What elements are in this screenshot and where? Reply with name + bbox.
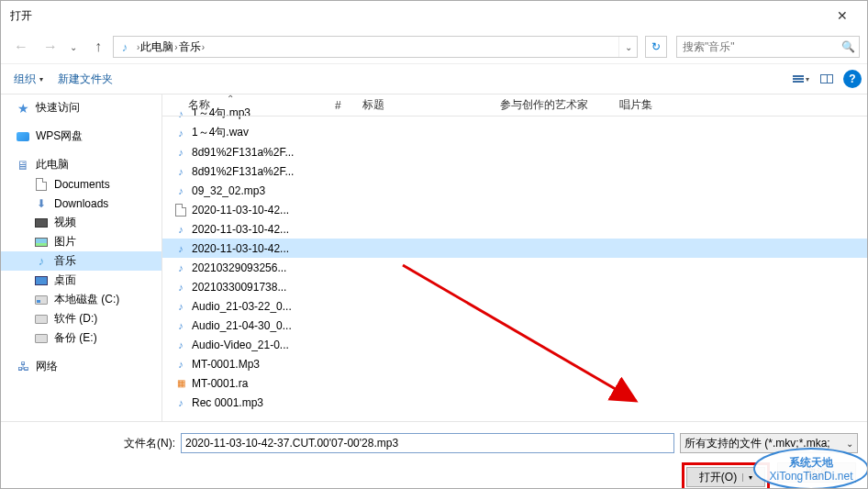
file-row[interactable]: ♪8d91%2F131a%2F... — [162, 161, 867, 181]
file-list-area: ⌃ 名称 # 标题 参与创作的艺术家 唱片集 ♪1～4句.mp3♪1～4句.wa… — [162, 94, 867, 421]
file-name: MT-0001.Mp3 — [192, 358, 260, 371]
chevron-right-icon: › — [137, 42, 139, 52]
column-header-title[interactable]: 标题 — [355, 94, 493, 116]
toolbar: 组织▾ 新建文件夹 ▾ ? — [1, 63, 867, 94]
chevron-right-icon: › — [202, 42, 205, 52]
column-header-album[interactable]: 唱片集 — [612, 94, 685, 116]
sidebar-item-wps[interactable]: WPS网盘 — [1, 127, 161, 146]
ra-file-icon: ▦ — [173, 376, 188, 391]
sidebar-item-network[interactable]: 🖧网络 — [1, 357, 161, 376]
sidebar-item-downloads[interactable]: ⬇Downloads — [1, 194, 161, 213]
organize-button[interactable]: 组织▾ — [6, 68, 50, 91]
file-row[interactable]: ♪Rec 0001.mp3 — [162, 393, 867, 412]
file-name: Audio-Video_21-0... — [192, 339, 289, 351]
sidebar-item-music[interactable]: ♪音乐 — [1, 251, 161, 271]
file-row[interactable]: ♪20210330091738... — [162, 277, 867, 296]
address-bar[interactable]: ♪ › 此电脑 › 音乐 › ⌄ — [113, 36, 638, 58]
search-box[interactable]: 🔍 — [676, 36, 860, 58]
file-row[interactable]: ♪8d91%2F131a%2F... — [162, 142, 867, 161]
window-title: 打开 — [10, 8, 821, 24]
audio-file-icon: ♪ — [173, 357, 188, 372]
sidebar-item-desktop[interactable]: 桌面 — [1, 271, 161, 290]
preview-pane-button[interactable] — [814, 68, 840, 90]
file-row[interactable]: ♪Audio_21-03-22_0... — [162, 296, 867, 316]
address-history-dropdown[interactable]: ⌄ — [618, 37, 637, 57]
file-row[interactable]: ♪20210329093256... — [162, 258, 867, 277]
audio-file-icon: ♪ — [173, 164, 188, 179]
sidebar-item-disk-d[interactable]: 软件 (D:) — [1, 309, 161, 328]
svg-text:系统天地: 系统天地 — [788, 456, 834, 469]
file-name: 2020-11-03-10-42... — [192, 204, 289, 217]
help-icon[interactable]: ? — [843, 70, 862, 88]
sidebar-item-videos[interactable]: 视频 — [1, 213, 161, 232]
recent-locations-button[interactable]: ⌄ — [67, 34, 80, 60]
audio-file-icon: ♪ — [173, 318, 188, 333]
sidebar-item-disk-c[interactable]: 本地磁盘 (C:) — [1, 290, 161, 309]
breadcrumb[interactable]: › 此电脑 › 音乐 › — [136, 39, 618, 55]
audio-file-icon: ♪ — [173, 280, 188, 295]
breadcrumb-root[interactable]: 此电脑 — [140, 39, 173, 55]
new-folder-button[interactable]: 新建文件夹 — [50, 68, 120, 91]
sidebar-item-documents[interactable]: Documents — [1, 174, 161, 194]
column-header-number[interactable]: # — [328, 94, 355, 116]
filename-input[interactable] — [181, 433, 674, 453]
file-row[interactable]: 2020-11-03-10-42... — [162, 200, 867, 219]
file-name: 1～4句.wav — [192, 125, 249, 140]
dialog-footer: 文件名(N): 所有支持的文件 (*.mkv;*.mka;⌄ 打开(O)▾ 取消 — [1, 421, 867, 489]
search-icon[interactable]: 🔍 — [837, 40, 859, 53]
sort-indicator-icon: ⌃ — [227, 94, 234, 104]
sidebar-item-quick-access[interactable]: ★快速访问 — [1, 98, 161, 117]
column-header-name[interactable]: 名称 — [162, 94, 328, 116]
file-name: Rec 0001.mp3 — [192, 396, 263, 409]
file-row[interactable]: ♪2020-11-03-10-42... — [162, 239, 867, 258]
audio-file-icon: ♪ — [173, 241, 188, 256]
file-row[interactable]: ♪09_32_02.mp3 — [162, 181, 867, 200]
audio-file-icon: ♪ — [173, 222, 188, 237]
filename-label: 文件名(N): — [10, 436, 175, 451]
svg-text:XiTongTianDi.net: XiTongTianDi.net — [770, 470, 854, 483]
audio-file-icon: ♪ — [173, 145, 188, 160]
file-list: ♪1～4句.mp3♪1～4句.wav♪8d91%2F131a%2F...♪8d9… — [162, 104, 867, 421]
file-row[interactable]: ♪Audio_21-04-30_0... — [162, 316, 867, 335]
sidebar-item-this-pc[interactable]: 🖥此电脑 — [1, 155, 161, 174]
title-bar: 打开 ✕ — [1, 1, 867, 30]
file-name: 20210330091738... — [192, 281, 286, 294]
sidebar-item-pictures[interactable]: 图片 — [1, 232, 161, 251]
column-header-artist[interactable]: 参与创作的艺术家 — [493, 94, 612, 116]
audio-file-icon: ♪ — [173, 338, 188, 352]
navigation-bar: ← → ⌄ ↑ ♪ › 此电脑 › 音乐 › ⌄ ↻ 🔍 — [1, 30, 867, 63]
up-button[interactable]: ↑ — [87, 34, 109, 60]
file-row[interactable]: ♪2020-11-03-10-42... — [162, 219, 867, 239]
sidebar-item-disk-e[interactable]: 备份 (E:) — [1, 328, 161, 348]
file-name: 2020-11-03-10-42... — [192, 223, 289, 236]
file-name: MT-0001.ra — [192, 377, 248, 390]
audio-file-icon: ♪ — [173, 395, 188, 410]
breadcrumb-folder[interactable]: 音乐 — [179, 39, 201, 55]
file-row[interactable]: ♪1～4句.wav — [162, 123, 867, 142]
file-name: 09_32_02.mp3 — [192, 184, 265, 197]
file-name: Audio_21-04-30_0... — [192, 319, 292, 332]
column-headers: ⌃ 名称 # 标题 参与创作的艺术家 唱片集 — [162, 94, 867, 117]
audio-file-icon: ♪ — [173, 126, 188, 140]
file-name: Audio_21-03-22_0... — [192, 300, 292, 313]
file-row[interactable]: ▦MT-0001.ra — [162, 373, 867, 393]
audio-file-icon: ♪ — [173, 299, 188, 314]
file-row[interactable]: ♪MT-0001.Mp3 — [162, 354, 867, 373]
close-button[interactable]: ✕ — [821, 2, 863, 29]
back-button[interactable]: ← — [8, 34, 34, 60]
file-name: 8d91%2F131a%2F... — [192, 146, 294, 159]
view-options-button[interactable]: ▾ — [788, 68, 814, 90]
file-row[interactable]: ♪Audio-Video_21-0... — [162, 335, 867, 354]
watermark: 系统天地 XiTongTianDi.net — [751, 446, 868, 489]
refresh-button[interactable]: ↻ — [645, 36, 667, 58]
file-name: 20210329093256... — [192, 261, 286, 274]
forward-button[interactable]: → — [38, 34, 63, 60]
search-input[interactable] — [677, 40, 837, 53]
navigation-pane: ★快速访问 WPS网盘 🖥此电脑 Documents ⬇Downloads 视频… — [1, 94, 162, 421]
audio-file-icon: ♪ — [173, 261, 188, 275]
main-content: ★快速访问 WPS网盘 🖥此电脑 Documents ⬇Downloads 视频… — [1, 94, 867, 421]
location-icon: ♪ — [116, 38, 134, 56]
audio-file-icon: ♪ — [173, 183, 188, 198]
svg-point-1 — [754, 449, 868, 489]
chevron-right-icon: › — [174, 42, 177, 52]
